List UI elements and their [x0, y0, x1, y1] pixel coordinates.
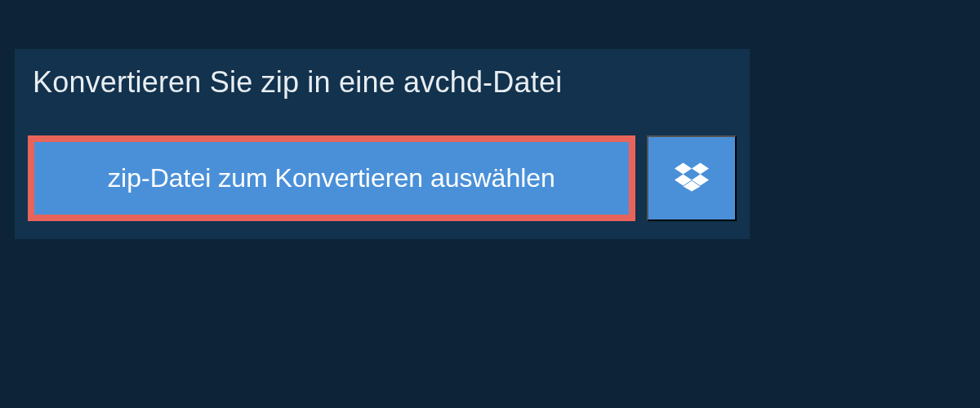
page-title: Konvertieren Sie zip in eine avchd-Datei: [33, 65, 617, 100]
select-file-button[interactable]: zip-Datei zum Konvertieren auswählen: [28, 135, 635, 221]
converter-panel: Konvertieren Sie zip in eine avchd-Datei…: [15, 49, 750, 239]
title-bar: Konvertieren Sie zip in eine avchd-Datei: [15, 49, 635, 121]
select-file-label: zip-Datei zum Konvertieren auswählen: [108, 163, 555, 193]
button-row: zip-Datei zum Konvertieren auswählen: [15, 121, 750, 239]
dropbox-button[interactable]: [647, 135, 737, 221]
dropbox-icon: [675, 160, 709, 197]
